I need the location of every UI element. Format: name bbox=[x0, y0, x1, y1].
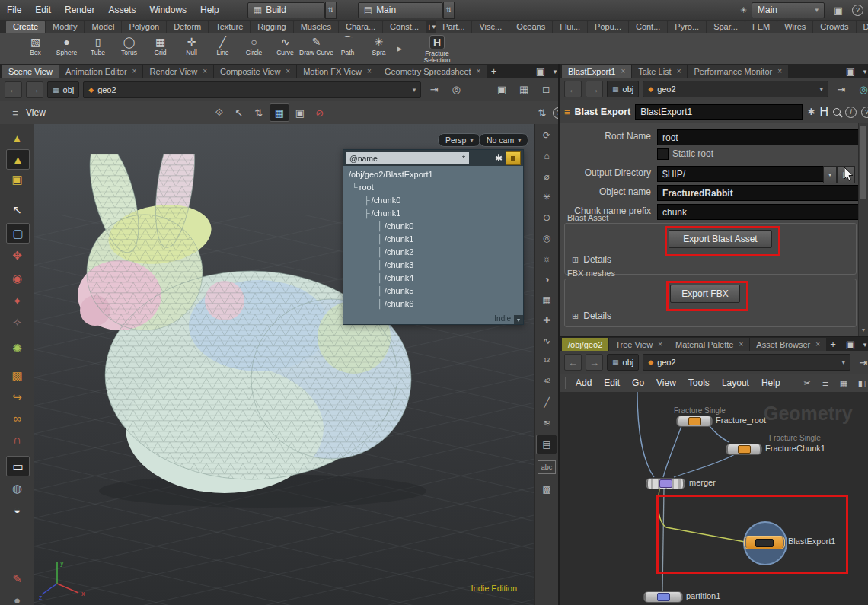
tab-motion-fx-view[interactable]: Motion FX View× bbox=[297, 65, 378, 78]
close-tab-icon[interactable]: × bbox=[658, 340, 662, 349]
tool-fracture-selection[interactable]: H Fracture Selection bbox=[415, 33, 459, 64]
breadcrumb-obj[interactable]: ▦ obj bbox=[607, 354, 639, 371]
translate-tool-icon[interactable]: ✥ bbox=[6, 246, 28, 265]
shelf-tab-crowds[interactable]: Crowds bbox=[813, 21, 855, 33]
focus-icon[interactable]: ⊙ bbox=[537, 209, 557, 227]
network-menu-view[interactable]: View bbox=[650, 374, 682, 392]
shelf-tab-populate[interactable]: Popu... bbox=[588, 21, 628, 33]
tree-row[interactable]: │/chunk0 bbox=[343, 219, 523, 232]
tool-line[interactable]: ╱Line bbox=[207, 33, 238, 56]
chevron-down-icon[interactable]: ▾ bbox=[819, 85, 823, 93]
node-merger[interactable] bbox=[646, 478, 685, 489]
new-pane-tab-icon[interactable]: + bbox=[827, 338, 839, 351]
network-menu-tools[interactable]: Tools bbox=[682, 374, 716, 392]
fbx-details-toggle[interactable]: ⊞ Details bbox=[572, 310, 611, 321]
menu-file[interactable]: File bbox=[0, 0, 28, 20]
shelf-tab-sparse[interactable]: Spar... bbox=[707, 21, 745, 33]
scheme-selector[interactable]: ▤ Main bbox=[358, 2, 443, 18]
close-tab-icon[interactable]: × bbox=[203, 67, 207, 75]
secure-selection-icon[interactable]: ▦ bbox=[270, 103, 289, 122]
network-display-icon[interactable]: ◧ bbox=[853, 374, 868, 391]
pane-split-icon[interactable]: ▣ bbox=[841, 338, 860, 351]
menubar-grip[interactable] bbox=[563, 377, 566, 389]
follow-selection-icon[interactable]: ◎ bbox=[854, 81, 868, 97]
objects-tool-icon[interactable]: ▩ bbox=[6, 366, 28, 385]
projection-selector[interactable]: Persp▾ bbox=[438, 133, 480, 147]
no-selection-icon[interactable]: ⊘ bbox=[311, 104, 329, 121]
output-directory-input[interactable]: $HIP/ bbox=[657, 166, 832, 182]
node-fracture-chunk1[interactable] bbox=[726, 444, 762, 455]
pane-split-icon[interactable]: ▣ bbox=[531, 65, 550, 78]
shading-mode-icon[interactable]: ◑ bbox=[537, 270, 557, 288]
pane-split-icon[interactable]: ▣ bbox=[841, 65, 860, 78]
pane-menu-icon[interactable]: ▾ bbox=[860, 338, 868, 351]
menu-edit[interactable]: Edit bbox=[28, 0, 58, 20]
tool-draw-curve[interactable]: ✎Draw Curve bbox=[301, 33, 332, 56]
follow-selection-icon[interactable]: ◎ bbox=[447, 81, 465, 98]
params-scrollbar[interactable]: ▾ bbox=[858, 123, 868, 336]
shelf-tab-pyro[interactable]: Pyro... bbox=[668, 21, 706, 33]
snap-icon[interactable]: ✳ bbox=[537, 188, 557, 206]
shelf-tab-constraints[interactable]: Const... bbox=[383, 21, 426, 33]
tab-material-palette[interactable]: Material Palette× bbox=[669, 338, 749, 351]
houdini-logo-icon[interactable]: H bbox=[819, 105, 828, 119]
chevron-down-icon[interactable]: ▾ bbox=[413, 86, 416, 94]
sphere-tool-icon[interactable]: ● bbox=[6, 591, 28, 605]
nav-back-icon[interactable]: ← bbox=[5, 81, 22, 98]
tree-row[interactable]: └root bbox=[343, 180, 523, 193]
magnet-tool-icon[interactable]: ∩ bbox=[6, 430, 28, 449]
tool-sphere[interactable]: ●Sphere bbox=[51, 33, 82, 56]
breadcrumb-obj[interactable]: ▦ obj bbox=[607, 81, 639, 97]
select-arrow-icon[interactable]: ↖ bbox=[6, 200, 28, 219]
menu-windows[interactable]: Windows bbox=[142, 0, 193, 20]
tree-filter-input[interactable]: @name* bbox=[346, 152, 469, 164]
tab-tree-view[interactable]: Tree View× bbox=[609, 338, 669, 351]
info-icon[interactable]: i bbox=[845, 107, 857, 118]
sculpt-tool-icon[interactable]: ◒ bbox=[6, 500, 28, 519]
curve-hook-tool-icon[interactable]: ↪ bbox=[6, 387, 28, 406]
flatten-tool-icon[interactable]: ▭ bbox=[6, 456, 30, 476]
tab-render-view[interactable]: Render View× bbox=[143, 65, 213, 78]
network-menu-layout[interactable]: Layout bbox=[716, 374, 755, 392]
select-mode-icon[interactable]: ↖ bbox=[230, 104, 248, 121]
nav-forward-icon[interactable]: → bbox=[26, 81, 43, 98]
close-tab-icon[interactable]: × bbox=[815, 340, 820, 349]
sort-display-icon[interactable]: ⇅ bbox=[533, 104, 551, 121]
camera-lock-icon[interactable]: ◎ bbox=[537, 229, 557, 247]
lasso-select-icon[interactable]: ⟐ bbox=[210, 104, 228, 121]
normals-display-icon[interactable]: ∿ bbox=[537, 332, 557, 350]
network-menu-go[interactable]: Go bbox=[626, 374, 650, 392]
gear-icon[interactable]: ✱ bbox=[807, 107, 815, 117]
terrain-tool-icon[interactable]: ▲ bbox=[6, 129, 28, 148]
camera-selector[interactable]: No cam▾ bbox=[479, 133, 528, 147]
network-menu-add[interactable]: Add bbox=[570, 374, 598, 392]
shelf-tab-polygon[interactable]: Polygon bbox=[122, 21, 166, 33]
edge-display-icon[interactable]: ╱ bbox=[537, 393, 557, 412]
shelf-tab-containers[interactable]: Cont... bbox=[629, 21, 667, 33]
network-editor[interactable]: Geometry Fracture Single Fracture_root F… bbox=[560, 392, 868, 605]
search-icon[interactable] bbox=[833, 108, 841, 116]
lighting-icon[interactable]: ☼ bbox=[537, 250, 557, 268]
shelf-tab-drive[interactable]: Driv... bbox=[857, 21, 868, 33]
right-desktop-selector[interactable]: Main ▾ bbox=[752, 2, 825, 18]
node-partition1[interactable] bbox=[643, 591, 683, 603]
tool-grid[interactable]: ▦Grid bbox=[145, 33, 176, 56]
scroll-down-icon[interactable]: ▾ bbox=[859, 325, 868, 334]
scroll-down-icon[interactable]: ▾ bbox=[514, 315, 523, 324]
snapshot-icon[interactable]: ▣ bbox=[493, 81, 511, 98]
cook-icon[interactable]: ✱ bbox=[495, 153, 503, 164]
chevron-down-icon[interactable]: ▾ bbox=[841, 358, 845, 366]
scale-tool-icon[interactable]: ✦ bbox=[6, 291, 28, 310]
shelf-tab-texture[interactable]: Texture bbox=[209, 21, 250, 33]
spray-paint-tool-icon[interactable]: ✺ bbox=[6, 339, 28, 358]
close-tab-icon[interactable]: × bbox=[286, 67, 290, 75]
shelf-tab-wires[interactable]: Wires bbox=[777, 21, 812, 33]
brush-tool-icon[interactable]: ✎ bbox=[6, 569, 28, 588]
tool-curve[interactable]: ∿Curve bbox=[270, 33, 301, 56]
nav-forward-icon[interactable]: → bbox=[586, 81, 603, 97]
add-shelf-tab-icon[interactable]: + bbox=[426, 18, 432, 35]
scene-viewport[interactable]: Persp▾ No cam▾ @name* ✱ /obj/geo2/BlastE… bbox=[34, 124, 534, 605]
scheme-selector-spinner[interactable]: ⇅ bbox=[443, 2, 455, 19]
tree-row[interactable]: │/chunk3 bbox=[343, 258, 523, 271]
tree-row[interactable]: │/chunk5 bbox=[343, 284, 523, 297]
